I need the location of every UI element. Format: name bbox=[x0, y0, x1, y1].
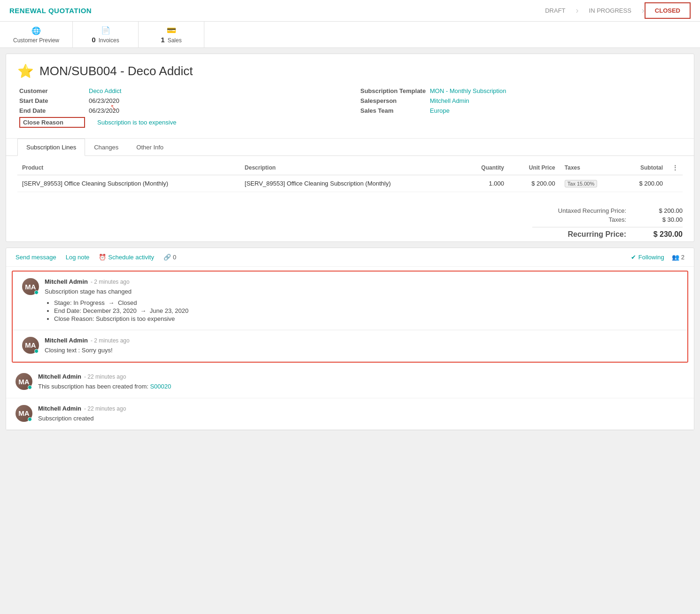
check-icon: ✔ bbox=[631, 254, 636, 261]
salesperson-label: Salesperson bbox=[360, 97, 426, 104]
avatar-1: MA bbox=[22, 278, 39, 295]
sales-team-label: Sales Team bbox=[360, 107, 426, 114]
customer-preview-button[interactable]: 🌐 Customer Preview bbox=[0, 22, 73, 47]
message-author-4: Mitchell Admin bbox=[38, 405, 81, 412]
log-note-button[interactable]: Log note bbox=[66, 254, 90, 261]
row-product: [SERV_89553] Office Cleaning Subscriptio… bbox=[17, 175, 240, 192]
total-untaxed: Untaxed Recurring Price: $ 200.00 bbox=[532, 207, 683, 214]
row-subtotal: $ 200.00 bbox=[620, 175, 668, 192]
col-product: Product bbox=[17, 161, 240, 175]
tab-other-info[interactable]: Other Info bbox=[127, 139, 172, 156]
field-end-date: End Date 06/23/2020 bbox=[19, 107, 342, 114]
avatar-2: MA bbox=[22, 337, 39, 354]
end-date-label: End Date bbox=[19, 107, 85, 114]
message-content-2: Mitchell Admin - 2 minutes ago Closing t… bbox=[45, 337, 678, 355]
message-author-1: Mitchell Admin bbox=[45, 278, 88, 285]
field-subscription-template: Subscription Template MON - Monthly Subs… bbox=[360, 87, 683, 94]
close-reason-label: Close Reason bbox=[19, 117, 85, 128]
message-author-2: Mitchell Admin bbox=[45, 337, 88, 344]
recurring-label: Recurring Price: bbox=[532, 230, 626, 239]
customer-preview-label: Customer Preview bbox=[13, 37, 59, 44]
source-link[interactable]: S00020 bbox=[150, 383, 171, 390]
schedule-activity-button[interactable]: ⏰ Schedule activity bbox=[99, 254, 154, 261]
invoice-icon: 📄 bbox=[101, 25, 111, 35]
message-content-3: Mitchell Admin - 22 minutes ago This sub… bbox=[38, 373, 684, 391]
total-taxes: Taxes: $ 30.00 bbox=[532, 216, 683, 223]
salesperson-value[interactable]: Mitchell Admin bbox=[430, 97, 469, 104]
message-list-1: Stage: In Progress → Closed End Date: De… bbox=[45, 299, 678, 322]
close-reason-value[interactable]: Subscription is too expensive bbox=[97, 119, 176, 126]
attachments-count: 0 bbox=[173, 254, 176, 261]
invoices-button[interactable]: 📄 0 Invoices bbox=[73, 22, 139, 47]
message-text-1: Subscription stage has changed bbox=[45, 287, 678, 296]
row-taxes: Tax 15.00% bbox=[560, 175, 620, 192]
list-item-1-3: Close Reason: Subscription is too expens… bbox=[54, 315, 678, 322]
list-item-1-2: End Date: December 23, 2020 → June 23, 2… bbox=[54, 307, 678, 314]
people-icon: 👥 bbox=[672, 254, 679, 261]
online-indicator-1 bbox=[34, 290, 39, 295]
chatter-actions: Send message Log note ⏰ Schedule activit… bbox=[6, 248, 694, 267]
avatar-3: MA bbox=[16, 373, 32, 390]
following-button[interactable]: ✔ Following bbox=[631, 254, 664, 261]
online-indicator-2 bbox=[34, 349, 39, 353]
start-date-label: Start Date bbox=[19, 97, 85, 104]
field-customer: Customer Deco Addict bbox=[19, 87, 342, 94]
message-item-4: MA Mitchell Admin - 22 minutes ago Subsc… bbox=[6, 398, 694, 430]
col-subtotal: Subtotal bbox=[620, 161, 668, 175]
online-indicator-3 bbox=[28, 385, 32, 389]
credit-card-icon: 💳 bbox=[166, 25, 177, 35]
message-time-1: - 2 minutes ago bbox=[91, 279, 130, 285]
attachments-button[interactable]: 🔗 0 bbox=[163, 254, 176, 261]
followers-button[interactable]: 👥 2 bbox=[672, 254, 684, 261]
message-time-2: - 2 minutes ago bbox=[91, 337, 130, 344]
tab-subscription-lines[interactable]: Subscription Lines bbox=[17, 139, 85, 156]
message-header-3: Mitchell Admin - 22 minutes ago bbox=[38, 373, 684, 380]
send-message-button[interactable]: Send message bbox=[16, 254, 56, 261]
table-container: Product Description Quantity Unit Price … bbox=[6, 161, 694, 202]
message-item-3: MA Mitchell Admin - 22 minutes ago This … bbox=[6, 366, 694, 398]
message-content-1: Mitchell Admin - 2 minutes ago Subscript… bbox=[45, 278, 678, 323]
totals-section: Untaxed Recurring Price: $ 200.00 Taxes:… bbox=[6, 204, 694, 241]
record-title-row: ⭐ MON/SUB004 - Deco Addict bbox=[17, 63, 683, 79]
untaxed-label: Untaxed Recurring Price: bbox=[532, 207, 626, 214]
status-closed[interactable]: CLOSED bbox=[645, 2, 691, 19]
field-salesperson: Salesperson Mitchell Admin bbox=[360, 97, 683, 104]
message-item-2: MA Mitchell Admin - 2 minutes ago Closin… bbox=[13, 330, 687, 362]
field-start-date: Start Date 06/23/2020 bbox=[19, 97, 342, 104]
status-draft[interactable]: DRAFT bbox=[535, 2, 576, 19]
total-recurring: Recurring Price: $ 230.00 bbox=[532, 227, 683, 239]
message-author-3: Mitchell Admin bbox=[38, 373, 81, 380]
invoices-label: Invoices bbox=[99, 37, 119, 44]
sales-button[interactable]: 💳 1 Sales bbox=[139, 22, 204, 47]
message-content-4: Mitchell Admin - 22 minutes ago Subscrip… bbox=[38, 405, 684, 423]
start-date-value: 06/23/2020 bbox=[89, 97, 119, 104]
subscription-template-value[interactable]: MON - Monthly Subscription bbox=[430, 87, 506, 94]
schedule-activity-label: Schedule activity bbox=[108, 254, 154, 261]
message-header-1: Mitchell Admin - 2 minutes ago bbox=[45, 278, 678, 285]
chatter-section: Send message Log note ⏰ Schedule activit… bbox=[6, 248, 694, 430]
arrow-2: → bbox=[140, 307, 146, 314]
customer-value[interactable]: Deco Addict bbox=[89, 87, 121, 94]
sales-team-value[interactable]: Europe bbox=[430, 107, 450, 114]
row-quantity: 1.000 bbox=[463, 175, 509, 192]
sales-label: Sales bbox=[168, 37, 182, 44]
message-header-4: Mitchell Admin - 22 minutes ago bbox=[38, 405, 684, 412]
tab-changes[interactable]: Changes bbox=[85, 139, 127, 156]
globe-icon: 🌐 bbox=[31, 26, 41, 36]
star-icon[interactable]: ⭐ bbox=[17, 63, 34, 79]
message-time-3: - 22 minutes ago bbox=[84, 373, 126, 380]
status-in-progress[interactable]: IN PROGRESS bbox=[579, 2, 642, 19]
untaxed-value: $ 200.00 bbox=[645, 207, 683, 214]
col-menu[interactable]: ⋮ bbox=[668, 161, 683, 175]
chatter-right: ✔ Following 👥 2 bbox=[631, 254, 684, 261]
list-item-1-1: Stage: In Progress → Closed bbox=[54, 299, 678, 306]
customer-label: Customer bbox=[19, 87, 85, 94]
col-taxes: Taxes bbox=[560, 161, 620, 175]
field-close-reason: Close Reason ↓ Subscription is too expen… bbox=[19, 117, 342, 128]
col-unit-price: Unit Price bbox=[509, 161, 560, 175]
fields-left: Customer Deco Addict Start Date 06/23/20… bbox=[19, 87, 342, 131]
taxes-value: $ 30.00 bbox=[645, 216, 683, 223]
highlighted-message-group: MA Mitchell Admin - 2 minutes ago Subscr… bbox=[12, 271, 688, 363]
action-bar: 🌐 Customer Preview 📄 0 Invoices 💳 1 Sale… bbox=[0, 22, 700, 48]
field-sales-team: Sales Team Europe bbox=[360, 107, 683, 114]
